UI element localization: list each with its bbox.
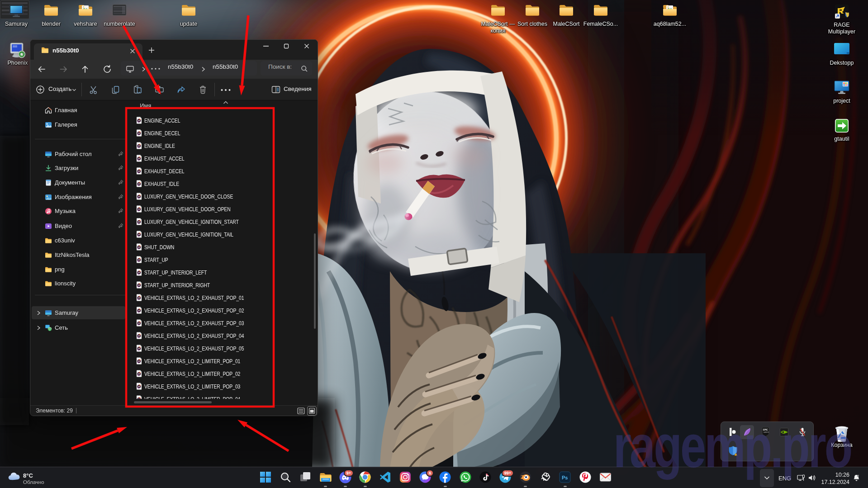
svg-text:z: z <box>858 474 859 477</box>
svg-text:Ps: Ps <box>562 475 568 480</box>
